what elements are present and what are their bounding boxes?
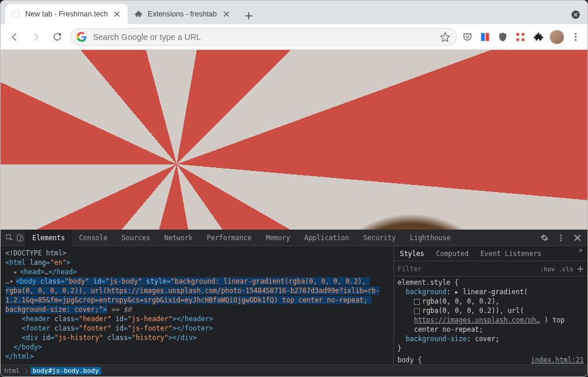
devtools-tab-elements[interactable]: Elements (25, 230, 72, 246)
dom-html-close: </html> (5, 352, 34, 361)
dom-panel[interactable]: <!DOCTYPE html> <html lang="en"> <head>…… (1, 246, 393, 365)
expand-icon[interactable] (14, 268, 20, 276)
dom-footer[interactable]: <footer class="footer" id="js-footer"></… (22, 324, 213, 332)
profile-avatar[interactable] (550, 30, 564, 44)
dom-header[interactable]: <header class="header" id="js-header"></… (22, 315, 213, 323)
tab-title: Extensions - freshtab (148, 10, 216, 18)
styles-filter-input[interactable] (397, 265, 536, 273)
svg-point-8 (574, 33, 576, 35)
cls-toggle[interactable]: .cls (559, 265, 573, 272)
svg-rect-7 (522, 38, 524, 41)
devtools-tab-memory[interactable]: Memory (259, 230, 298, 246)
menu-icon[interactable] (570, 31, 582, 43)
css-selector: element.style { (397, 278, 459, 287)
svg-point-9 (574, 36, 576, 38)
devtools-tab-security[interactable]: Security (356, 230, 403, 246)
brace-close: } (397, 344, 402, 352)
breadcrumb-item-active[interactable]: body#js-body.body (31, 367, 102, 375)
color-swatch[interactable] (414, 299, 420, 305)
svg-rect-6 (516, 38, 519, 41)
browser-window: New tab - Freshman.tech Extensions - fre… (0, 0, 588, 377)
dom-doctype: <!DOCTYPE html> (5, 249, 66, 257)
svg-point-10 (574, 39, 576, 41)
svg-point-16 (560, 240, 562, 241)
devtools-tab-sources[interactable]: Sources (115, 230, 157, 246)
gear-icon[interactable] (539, 233, 550, 243)
devtools-tab-network[interactable]: Network (157, 230, 199, 246)
tab-strip: New tab - Freshman.tech Extensions - fre… (1, 1, 587, 24)
dom-body-selected[interactable]: <body class="body" id="js-body" style="b… (5, 277, 380, 314)
tab-favicon (11, 9, 21, 19)
toolbar-right (462, 30, 582, 44)
eq0-indicator: == $0 (107, 305, 132, 314)
add-rule-icon[interactable] (577, 265, 584, 272)
devtools-tab-console[interactable]: Console (72, 230, 114, 246)
browser-tab-active[interactable]: New tab - Freshman.tech (5, 4, 128, 24)
back-button[interactable] (6, 29, 23, 45)
toolbar (1, 24, 587, 50)
dom-breadcrumb: html body#js-body.body (1, 365, 587, 376)
svg-rect-2 (481, 33, 485, 41)
google-icon (76, 32, 87, 42)
svg-rect-5 (522, 33, 524, 36)
forward-button[interactable] (28, 29, 44, 45)
expand-icon[interactable] (9, 277, 16, 285)
reload-button[interactable] (49, 29, 65, 45)
more-icon[interactable] (556, 233, 566, 243)
device-icon[interactable] (15, 233, 25, 243)
source-link[interactable]: index.html:21 (531, 355, 584, 365)
dom-head[interactable]: <head> (20, 268, 45, 276)
url-link[interactable]: https://images.unsplash.com/ph… (414, 316, 540, 324)
inspect-icon[interactable] (4, 233, 15, 243)
svg-point-14 (560, 234, 562, 236)
browser-tab[interactable]: Extensions - freshtab (128, 4, 236, 24)
chevron-right-icon (22, 368, 27, 373)
dom-html-open: <html lang="en"> (5, 258, 71, 267)
tab-title: New tab - Freshman.tech (25, 10, 108, 18)
css-selector: body { (397, 356, 422, 364)
styles-rules[interactable]: element.style { background: ▸ linear-gra… (394, 277, 587, 365)
svg-rect-0 (13, 11, 19, 18)
flag-icon[interactable] (479, 31, 491, 43)
dom-body-close: </body> (14, 343, 42, 351)
breadcrumb-item[interactable]: html (4, 367, 20, 375)
pocket-icon[interactable] (462, 31, 473, 43)
omnibox-input[interactable] (93, 32, 434, 42)
dom-history[interactable]: <div id="js-history" class="history"></d… (22, 334, 197, 342)
color-swatch[interactable] (414, 308, 420, 314)
extension-icon (133, 9, 143, 19)
devtools-tab-application[interactable]: Application (298, 230, 356, 246)
styles-filter-bar: :hov .cls (394, 261, 587, 277)
devtools: Elements Console Sources Network Perform… (1, 230, 587, 376)
omnibox[interactable] (70, 28, 457, 46)
more-icon[interactable]: » (574, 246, 587, 261)
page-viewport: Elements Console Sources Network Perform… (1, 50, 587, 376)
devtools-body: <!DOCTYPE html> <html lang="en"> <head>…… (1, 246, 587, 365)
styles-tabs: Styles Computed Event Listeners » (394, 246, 587, 261)
shield-icon[interactable] (497, 31, 509, 43)
styles-tab-listeners[interactable]: Event Listeners (475, 246, 547, 261)
hov-toggle[interactable]: :hov (540, 265, 554, 272)
styles-panel: Styles Computed Event Listeners » :hov .… (393, 246, 587, 365)
window-close-icon[interactable] (569, 8, 583, 22)
devtools-tab-lighthouse[interactable]: Lighthouse (403, 230, 457, 246)
devtools-tabs: Elements Console Sources Network Perform… (1, 230, 587, 246)
grid-icon[interactable] (514, 31, 526, 43)
close-icon[interactable] (572, 233, 583, 243)
bookmark-star-icon[interactable] (440, 32, 450, 42)
svg-point-15 (560, 237, 562, 238)
svg-rect-4 (516, 33, 519, 36)
extensions-icon[interactable] (532, 31, 544, 43)
styles-tab-styles[interactable]: Styles (394, 246, 430, 261)
new-tab-button[interactable] (240, 8, 257, 24)
close-icon[interactable] (112, 9, 122, 19)
svg-rect-13 (21, 237, 23, 241)
styles-tab-computed[interactable]: Computed (430, 246, 475, 261)
devtools-tab-performance[interactable]: Performance (200, 230, 259, 246)
close-icon[interactable] (222, 9, 231, 19)
svg-rect-3 (486, 33, 489, 41)
